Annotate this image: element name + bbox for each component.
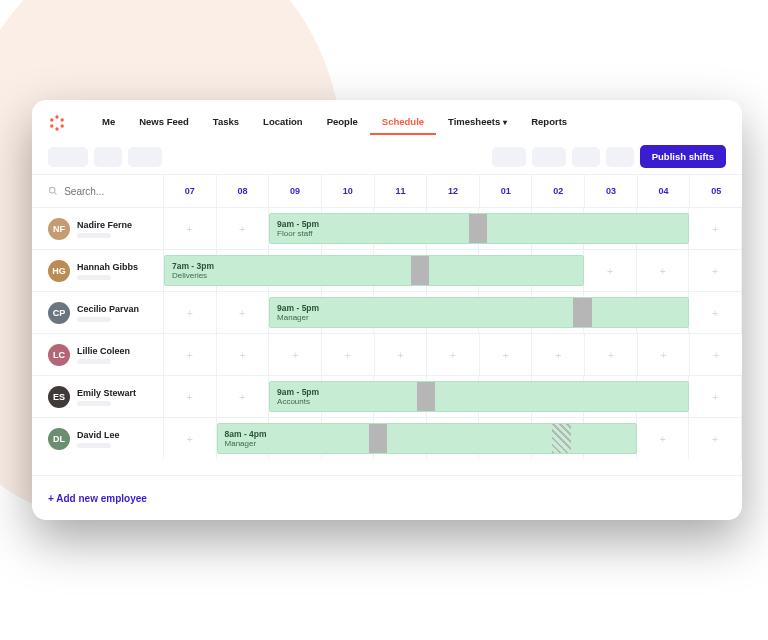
toolbar-skeleton (492, 147, 526, 167)
timeline-cell[interactable]: + (690, 334, 742, 375)
nav-tab-me[interactable]: Me (90, 110, 127, 135)
timeline-cell[interactable]: + (217, 208, 270, 249)
shift-block[interactable]: 7am - 3pmDeliveries (164, 255, 584, 286)
employee-row: NFNadire Ferne+++9am - 5pmFloor staff (32, 207, 742, 249)
timeline-cell[interactable]: + (164, 334, 217, 375)
timeline-cell[interactable]: + (375, 334, 428, 375)
timeline-header-row: 0708091011120102030405 (32, 175, 742, 207)
break-block (411, 256, 429, 285)
timeline-cell[interactable]: + (585, 334, 638, 375)
employee-name: Emily Stewart (77, 388, 136, 398)
timeline-cell[interactable]: + (217, 376, 270, 417)
employee-timeline: +++9am - 5pmManager (164, 292, 742, 333)
timeline-cell[interactable]: + (480, 334, 533, 375)
employee-cell[interactable]: CPCecilio Parvan (32, 292, 164, 333)
nav-tab-reports[interactable]: Reports (519, 110, 579, 135)
search-input[interactable] (64, 186, 153, 197)
timeline-cell[interactable]: + (217, 334, 270, 375)
shift-role-label: Manager (277, 313, 681, 323)
timeline-cell[interactable]: + (322, 334, 375, 375)
add-shift-icon: + (712, 265, 718, 277)
avatar: CP (48, 302, 70, 324)
nav-tab-people[interactable]: People (315, 110, 370, 135)
hour-header-cell: 03 (585, 175, 638, 207)
toolbar-skeleton (572, 147, 600, 167)
brand-logo (48, 114, 66, 132)
shift-block[interactable]: 8am - 4pmManager (217, 423, 637, 454)
add-shift-icon: + (187, 349, 193, 361)
employee-subtitle-skeleton (77, 401, 111, 406)
employee-name: Hannah Gibbs (77, 262, 138, 272)
employee-cell[interactable]: NFNadire Ferne (32, 208, 164, 249)
hour-header-cell: 04 (638, 175, 691, 207)
avatar: LC (48, 344, 70, 366)
shift-time-label: 9am - 5pm (277, 303, 681, 313)
nav-tab-location[interactable]: Location (251, 110, 315, 135)
timeline-cell[interactable]: + (164, 208, 217, 249)
hour-header-cell: 12 (427, 175, 480, 207)
timeline-cell[interactable]: + (689, 208, 742, 249)
timeline-cell[interactable]: + (427, 334, 480, 375)
employee-cell[interactable]: HGHannah Gibbs (32, 250, 164, 291)
nav-tab-news-feed[interactable]: News Feed (127, 110, 201, 135)
employee-cell[interactable]: DLDavid Lee (32, 418, 164, 459)
timeline-cell[interactable]: + (689, 292, 742, 333)
timeline-cell[interactable]: + (584, 250, 637, 291)
add-shift-icon: + (502, 349, 508, 361)
timeline-cell[interactable]: + (217, 292, 270, 333)
shift-role-label: Accounts (277, 397, 681, 407)
hour-header-cell: 01 (480, 175, 533, 207)
toolbar-skeleton (128, 147, 162, 167)
break-block (573, 298, 591, 327)
employee-cell[interactable]: ESEmily Stewart (32, 376, 164, 417)
publish-shifts-button[interactable]: Publish shifts (640, 145, 726, 168)
hour-header-cell: 07 (164, 175, 217, 207)
employee-row: DLDavid Lee+++8am - 4pmManager (32, 417, 742, 459)
svg-point-6 (49, 187, 55, 193)
timeline-cell[interactable]: + (164, 376, 217, 417)
svg-point-0 (55, 115, 58, 118)
employee-subtitle-skeleton (77, 317, 111, 322)
employee-name: David Lee (77, 430, 120, 440)
hour-header-cell: 09 (269, 175, 322, 207)
svg-point-2 (61, 124, 64, 127)
toolbar: Publish shifts (32, 135, 742, 174)
employee-cell[interactable]: LCLillie Coleen (32, 334, 164, 375)
add-shift-icon: + (187, 433, 193, 445)
timeline-cell[interactable]: + (164, 418, 217, 459)
timeline-cell[interactable]: + (532, 334, 585, 375)
add-shift-icon: + (713, 349, 719, 361)
employee-name: Cecilio Parvan (77, 304, 139, 314)
timeline-cell[interactable]: + (638, 334, 691, 375)
toolbar-skeleton (532, 147, 566, 167)
timeline-cell[interactable]: + (637, 418, 690, 459)
schedule-grid: 0708091011120102030405 NFNadire Ferne+++… (32, 174, 742, 520)
hour-header-cell: 11 (375, 175, 428, 207)
employee-timeline: +++9am - 5pmFloor staff (164, 208, 742, 249)
timeline-cell[interactable]: + (637, 250, 690, 291)
nav-tab-tasks[interactable]: Tasks (201, 110, 251, 135)
shift-block[interactable]: 9am - 5pmFloor staff (269, 213, 689, 244)
add-employee-button[interactable]: + Add new employee (48, 489, 147, 508)
add-shift-icon: + (712, 433, 718, 445)
nav-tab-schedule[interactable]: Schedule (370, 110, 436, 135)
shift-block[interactable]: 9am - 5pmManager (269, 297, 689, 328)
add-shift-icon: + (239, 223, 245, 235)
add-shift-icon: + (292, 349, 298, 361)
avatar: HG (48, 260, 70, 282)
employee-timeline: +++7am - 3pmDeliveries (164, 250, 742, 291)
employee-rows: NFNadire Ferne+++9am - 5pmFloor staffHGH… (32, 207, 742, 475)
timeline-cell[interactable]: + (689, 418, 742, 459)
timeline-cell[interactable]: + (269, 334, 322, 375)
add-shift-icon: + (607, 265, 613, 277)
timeline-cell[interactable]: + (689, 376, 742, 417)
svg-line-7 (54, 192, 56, 194)
add-shift-icon: + (187, 391, 193, 403)
timeline-cell[interactable]: + (164, 292, 217, 333)
break-block (369, 424, 387, 453)
nav-tab-timesheets[interactable]: Timesheets▾ (436, 110, 519, 135)
employee-subtitle-skeleton (77, 359, 111, 364)
add-shift-icon: + (712, 223, 718, 235)
shift-block[interactable]: 9am - 5pmAccounts (269, 381, 689, 412)
timeline-cell[interactable]: + (689, 250, 742, 291)
